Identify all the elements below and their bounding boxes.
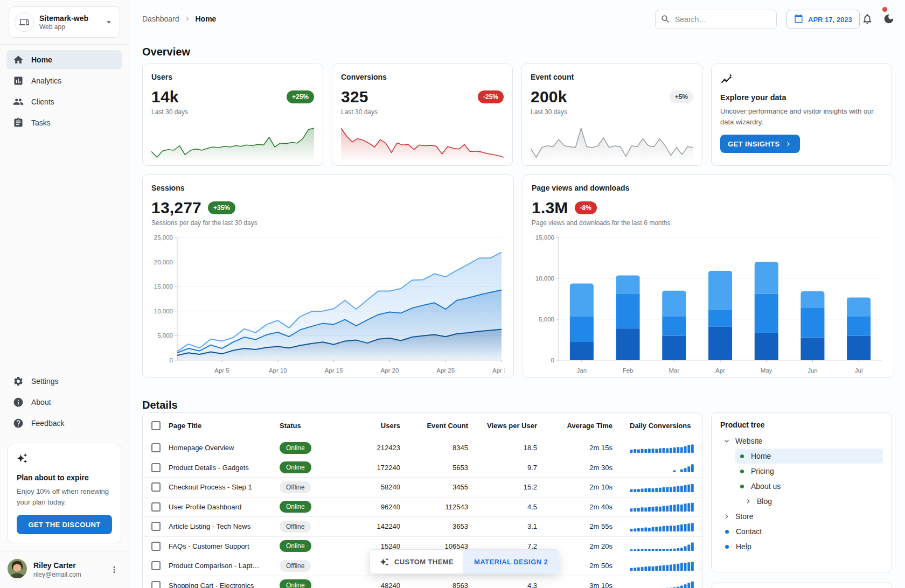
chevron-right-icon: [744, 497, 753, 506]
sidebar-item-analytics[interactable]: Analytics: [6, 71, 122, 90]
sessions-value: 13,277: [151, 199, 201, 217]
svg-text:10,000: 10,000: [535, 275, 554, 282]
event-count-cell: 8345: [409, 444, 477, 452]
breadcrumb-dashboard[interactable]: Dashboard: [142, 15, 179, 23]
search-input[interactable]: [655, 10, 777, 29]
sessions-area-chart: 05,00010,00015,00020,00025,000Apr 5Apr 1…: [151, 232, 505, 376]
svg-text:15,000: 15,000: [535, 234, 554, 241]
get-discount-button[interactable]: GET THE DISCOUNT: [17, 515, 112, 534]
moon-icon: [883, 13, 895, 26]
sidebar-item-label: Home: [31, 55, 52, 64]
tasks-icon: [13, 117, 24, 128]
row-checkbox[interactable]: [151, 443, 161, 452]
green-dot-icon: [740, 454, 744, 458]
devices-icon: [15, 12, 34, 32]
tree-item-pricing[interactable]: Pricing: [735, 464, 883, 479]
row-checkbox[interactable]: [151, 502, 161, 512]
trend-chip: -25%: [478, 90, 504, 103]
user-name: Riley Carter: [33, 561, 81, 570]
page-title-cell: User Profile Dashboard: [169, 503, 280, 511]
row-checkbox[interactable]: [151, 522, 161, 531]
users-cell: 172240: [349, 464, 409, 472]
users-card[interactable]: Users 14k +25% Last 30 days: [142, 64, 323, 166]
tree-item-website[interactable]: Website: [720, 433, 883, 449]
sidebar-nav: HomeAnalyticsClientsTasks: [0, 45, 129, 138]
users-cell: 96240: [349, 503, 409, 511]
tree-item-home[interactable]: Home: [735, 449, 883, 464]
row-checkbox[interactable]: [151, 542, 161, 551]
green-dot-icon: [740, 485, 744, 488]
event-count-card[interactable]: Event count 200k +5% Last 30 days: [521, 64, 702, 166]
home-icon: [13, 54, 24, 65]
dark-mode-toggle[interactable]: [879, 10, 899, 29]
workspace-selector[interactable]: Sitemark-web Web app: [9, 6, 120, 38]
views-per-user-cell: 4.5: [477, 503, 546, 511]
row-checkbox-cell: [143, 502, 169, 512]
card-value: 325: [341, 88, 368, 106]
column-header: Views per User: [477, 422, 546, 430]
header-checkbox-cell: [143, 421, 169, 430]
date-picker-button[interactable]: APR 17, 2023: [786, 10, 860, 29]
tree-item-about-us[interactable]: About us: [735, 479, 883, 494]
help-icon: [13, 418, 24, 429]
column-header: Average Time: [546, 422, 621, 430]
tree-item-label: Store: [735, 512, 753, 521]
event-count-sparkline: [531, 127, 693, 160]
average-time-cell: 2m 30s: [546, 464, 621, 472]
get-insights-button[interactable]: GET INSIGHTS: [720, 135, 800, 153]
svg-text:Mar: Mar: [669, 367, 679, 374]
views-per-user-cell: 3.1: [477, 522, 546, 530]
row-checkbox[interactable]: [151, 581, 161, 588]
product-tree-card: Product tree WebsiteHomePricingAbout usB…: [711, 412, 892, 572]
svg-text:Jun: Jun: [807, 367, 818, 374]
table-row[interactable]: Homepage OverviewOnline212423834518.52m …: [143, 438, 702, 458]
row-checkbox[interactable]: [151, 561, 161, 570]
table-row[interactable]: Shopping Cart - ElectronicsOnline4824085…: [143, 576, 702, 588]
row-checkbox[interactable]: [151, 463, 161, 472]
table-row[interactable]: Product Details - GadgetsOnline172240565…: [143, 458, 702, 478]
product-tree: WebsiteHomePricingAbout usBlogStoreConta…: [720, 433, 883, 554]
row-checkbox-cell: [143, 482, 169, 492]
tree-item-label: Website: [735, 437, 762, 445]
tree-item-label: Home: [751, 452, 771, 460]
sidebar-item-label: Clients: [31, 97, 54, 106]
custom-theme-button[interactable]: CUSTOM THEME: [370, 550, 463, 573]
sidebar-item-home[interactable]: Home: [6, 50, 122, 69]
daily-conversions-sparkline: [630, 482, 694, 492]
sidebar-item-about[interactable]: About: [6, 393, 122, 412]
daily-conversions-sparkline: [630, 561, 694, 571]
select-all-checkbox[interactable]: [151, 421, 161, 430]
svg-text:5,000: 5,000: [157, 332, 173, 339]
sidebar-item-feedback[interactable]: Feedback: [6, 414, 122, 433]
tree-item-contact[interactable]: Contact: [720, 524, 883, 539]
daily-conversions-cell: [621, 502, 702, 512]
status-cell: Online: [280, 501, 349, 513]
material-design-2-button[interactable]: MATERIAL DESIGN 2: [463, 550, 559, 573]
card-title: Event count: [531, 73, 693, 81]
tree-item-blog[interactable]: Blog: [742, 494, 883, 509]
event-count-cell: 112543: [409, 503, 477, 511]
table-row[interactable]: User Profile DashboardOnline962401125434…: [143, 498, 702, 517]
svg-text:25,000: 25,000: [154, 234, 173, 241]
table-row[interactable]: Article Listing - Tech NewsOffline142240…: [143, 517, 702, 537]
row-checkbox[interactable]: [151, 482, 161, 492]
sidebar-item-clients[interactable]: Clients: [6, 92, 122, 111]
tree-item-help[interactable]: Help: [720, 539, 883, 554]
breadcrumb-current: Home: [196, 15, 217, 23]
conversions-card[interactable]: Conversions 325 -25% Last 30 days: [332, 64, 513, 166]
card-caption: Last 30 days: [341, 108, 504, 116]
sidebar-item-settings[interactable]: Settings: [6, 372, 122, 391]
column-header: Event Count: [409, 422, 477, 430]
page-title-cell: FAQs - Customer Support: [169, 542, 280, 550]
sidebar-item-tasks[interactable]: Tasks: [6, 113, 122, 132]
tree-item-store[interactable]: Store: [720, 509, 883, 524]
views-per-user-cell: 9.7: [477, 464, 546, 472]
status-badge: Online: [280, 579, 311, 588]
row-checkbox-cell: [143, 542, 169, 551]
sparkle-icon: [17, 456, 27, 465]
status-badge: Online: [280, 540, 311, 552]
notifications-button[interactable]: [858, 10, 877, 29]
table-row[interactable]: Checkout Process - Step 1Offline58240345…: [143, 478, 702, 498]
event-count-cell: 8563: [409, 582, 477, 588]
user-menu-button[interactable]: [107, 563, 121, 577]
